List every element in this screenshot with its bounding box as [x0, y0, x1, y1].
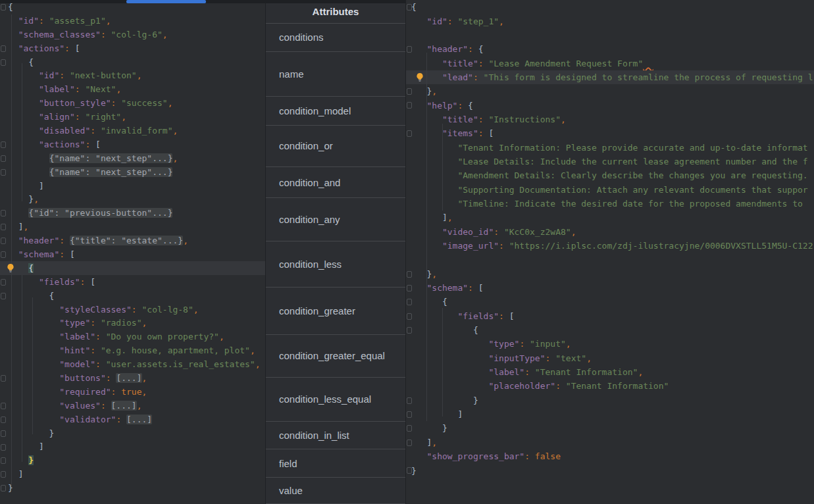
- attribute-item-condition-or[interactable]: condition_or: [266, 126, 405, 168]
- code-line[interactable]: "image_url": "https://i.iplsc.com/zdj-il…: [406, 239, 814, 253]
- code-line[interactable]: {: [406, 323, 814, 337]
- fold-marker-icon[interactable]: [0, 481, 8, 495]
- fold-marker-icon[interactable]: [406, 42, 411, 56]
- fold-marker-icon[interactable]: [0, 413, 8, 426]
- fold-marker-icon[interactable]: [406, 309, 411, 323]
- code-line[interactable]: "buttons": [...],: [0, 371, 265, 385]
- fold-marker-icon[interactable]: [0, 220, 8, 234]
- fold-marker-icon[interactable]: [406, 323, 411, 337]
- code-line[interactable]: ],: [406, 211, 814, 224]
- attribute-item-condition-model[interactable]: condition_model: [266, 97, 405, 126]
- attribute-item-field[interactable]: field: [266, 449, 405, 478]
- code-line[interactable]: }: [0, 481, 265, 495]
- horizontal-scrollbar-thumb[interactable]: [126, 0, 206, 3]
- code-line[interactable]: },: [0, 192, 265, 206]
- code-line[interactable]: "type": "input",: [406, 337, 814, 351]
- attribute-item-condition-less-equal[interactable]: condition_less_equal: [266, 378, 405, 422]
- code-line[interactable]: "align": "right",: [0, 110, 265, 124]
- attribute-item-name[interactable]: name: [266, 52, 405, 97]
- attribute-item-condition-less[interactable]: condition_less: [266, 241, 405, 288]
- code-line[interactable]: ],: [0, 220, 265, 234]
- code-line[interactable]: }: [406, 421, 814, 435]
- fold-marker-icon[interactable]: [0, 453, 8, 467]
- code-line[interactable]: "id": "step_1",: [406, 14, 814, 28]
- code-line[interactable]: }: [406, 393, 814, 407]
- fold-marker-icon[interactable]: [0, 467, 8, 481]
- code-line[interactable]: {"name": "next_step"...},: [0, 151, 265, 165]
- fold-marker-icon[interactable]: [406, 281, 411, 295]
- code-line[interactable]: "schema_classes": "col-lg-6",: [0, 28, 265, 41]
- code-line[interactable]: ]: [406, 407, 814, 421]
- code-line[interactable]: "validator": [...]: [0, 413, 265, 426]
- fold-marker-icon[interactable]: [406, 98, 411, 112]
- fold-marker-icon[interactable]: [406, 421, 411, 435]
- code-line[interactable]: ]: [0, 467, 265, 481]
- fold-marker-icon[interactable]: [0, 399, 8, 413]
- fold-marker-icon[interactable]: [0, 426, 8, 440]
- fold-marker-icon[interactable]: [0, 247, 8, 261]
- code-line[interactable]: "actions": [: [0, 41, 265, 55]
- code-line[interactable]: }: [0, 453, 265, 467]
- fold-marker-icon[interactable]: [406, 84, 411, 98]
- fold-marker-icon[interactable]: [0, 138, 8, 151]
- fold-marker-icon[interactable]: [0, 151, 8, 165]
- fold-marker-icon[interactable]: [406, 463, 411, 477]
- code-line[interactable]: "placeholder": "Tenant Information": [406, 379, 814, 393]
- fold-marker-icon[interactable]: [406, 295, 411, 309]
- code-line[interactable]: "Supporting Documentation: Attach any re…: [406, 182, 814, 196]
- code-line[interactable]: "fields": [: [0, 275, 265, 289]
- code-line[interactable]: {: [406, 0, 814, 14]
- code-line[interactable]: {: [0, 55, 265, 69]
- code-line[interactable]: ]: [0, 440, 265, 454]
- fold-marker-icon[interactable]: [406, 126, 411, 140]
- fold-marker-icon[interactable]: [0, 371, 8, 385]
- fold-marker-icon[interactable]: [0, 55, 8, 69]
- code-line[interactable]: "inputType": "text",: [406, 351, 814, 365]
- code-line[interactable]: "header": {: [406, 42, 814, 56]
- code-line[interactable]: "hint": "e.g. house, apartment, plot",: [0, 343, 265, 357]
- code-line[interactable]: "items": [: [406, 126, 814, 140]
- code-line[interactable]: {"name": "next_step"...}: [0, 165, 265, 179]
- code-line[interactable]: "type": "radios",: [0, 316, 265, 330]
- fold-marker-icon[interactable]: [0, 234, 8, 247]
- attribute-item-value[interactable]: value: [266, 478, 405, 504]
- code-line[interactable]: "required": true,: [0, 385, 265, 399]
- code-line[interactable]: },: [406, 267, 814, 281]
- fold-marker-icon[interactable]: [0, 206, 8, 220]
- code-line[interactable]: "Amendment Details: Clearly describe the…: [406, 168, 814, 182]
- fold-marker-icon[interactable]: [406, 436, 411, 449]
- code-line[interactable]: "Timeline: Indicate the desired date for…: [406, 197, 814, 211]
- code-line[interactable]: "Lease Details: Include the current leas…: [406, 155, 814, 168]
- attribute-item-condition-greater-equal[interactable]: condition_greater_equal: [266, 335, 405, 378]
- fold-marker-icon[interactable]: [406, 0, 411, 14]
- fold-marker-icon[interactable]: [0, 275, 8, 289]
- quickfix-lightbulb-icon[interactable]: [406, 70, 411, 84]
- code-line[interactable]: "label": "Tenant Information",: [406, 365, 814, 379]
- code-line[interactable]: ]: [0, 179, 265, 193]
- code-line[interactable]: "label": "Next",: [0, 82, 265, 96]
- code-line[interactable]: {"id": "previous-button"...}: [0, 206, 265, 220]
- code-line[interactable]: "id": "assets_p1",: [0, 14, 265, 28]
- code-line[interactable]: {: [0, 261, 265, 275]
- fold-marker-icon[interactable]: [0, 41, 8, 55]
- code-line[interactable]: "help": {: [406, 98, 814, 112]
- code-line[interactable]: "Tenant Information: Please provide accu…: [406, 140, 814, 154]
- code-line[interactable]: "id": "next-button",: [0, 68, 265, 82]
- code-line[interactable]: "video_id": "KcC0x_z2wA8",: [406, 225, 814, 239]
- code-line[interactable]: "styleClasses": "col-lg-8",: [0, 303, 265, 316]
- attribute-item-conditions[interactable]: conditions: [266, 24, 405, 52]
- code-line[interactable]: "show_progress_bar": false: [406, 449, 814, 463]
- fold-marker-icon[interactable]: [406, 393, 411, 407]
- right-editor-pane[interactable]: { "id": "step_1", "header": { "title": "…: [406, 0, 814, 504]
- code-line[interactable]: "header": {"title": "estate"...},: [0, 234, 265, 247]
- code-line[interactable]: ],: [406, 436, 814, 449]
- code-line[interactable]: "label": "Do you own property?",: [0, 330, 265, 343]
- code-line[interactable]: "model": "user.assets.is_real_estates",: [0, 357, 265, 371]
- fold-marker-icon[interactable]: [0, 440, 8, 454]
- fold-marker-icon[interactable]: [406, 267, 411, 281]
- attribute-item-condition-in-list[interactable]: condition_in_list: [266, 422, 405, 449]
- code-line[interactable]: "disabled": "invalid_form",: [0, 124, 265, 138]
- code-line[interactable]: "schema": [: [0, 247, 265, 261]
- code-line[interactable]: "schema": [: [406, 281, 814, 295]
- code-line[interactable]: }: [0, 426, 265, 440]
